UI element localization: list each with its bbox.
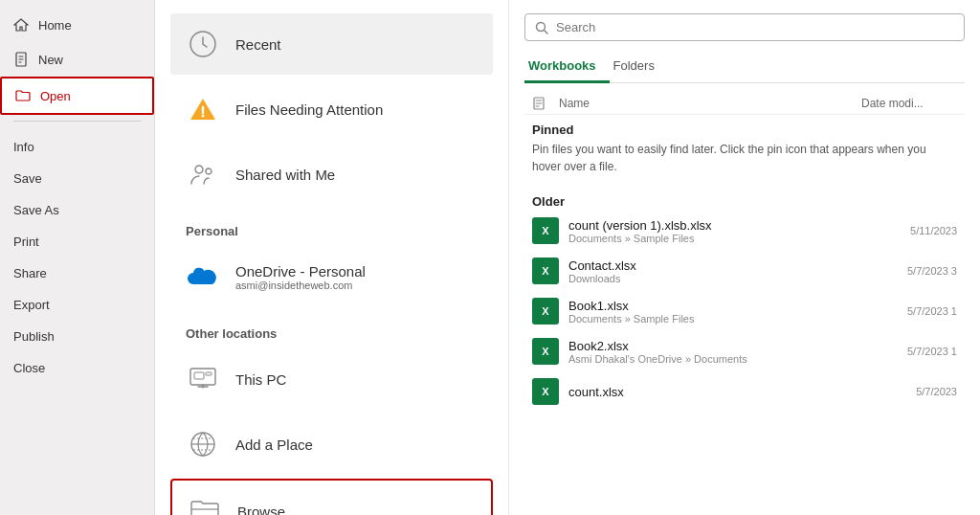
computer-icon — [186, 362, 220, 396]
onedrive-label: OneDrive - Personal — [235, 263, 366, 280]
file-list-item[interactable]: X Book2.xlsx Asmi Dhakal's OneDrive » Do… — [524, 331, 965, 371]
add-a-place-item[interactable]: Add a Place — [170, 414, 493, 475]
tab-folders[interactable]: Folders — [610, 53, 668, 83]
file-info: count (version 1).xlsb.xlsx Documents » … — [568, 218, 901, 244]
older-title: Older — [524, 190, 965, 211]
sidebar-publish-label: Publish — [13, 329, 55, 344]
files-needing-attention-item[interactable]: Files Needing Attention — [170, 78, 493, 140]
tab-workbooks[interactable]: Workbooks — [524, 53, 610, 83]
file-info: Book2.xlsx Asmi Dhakal's OneDrive » Docu… — [568, 339, 898, 365]
sidebar-saveas-label: Save As — [13, 203, 59, 217]
sidebar-item-export[interactable]: Export — [0, 289, 154, 321]
sidebar-item-print[interactable]: Print — [0, 226, 154, 258]
file-name: Book2.xlsx — [568, 339, 898, 353]
folder-open-icon — [188, 494, 222, 515]
header-date: Date modi... — [861, 97, 957, 110]
excel-file-icon: X — [532, 258, 559, 284]
header-name: Name — [559, 97, 861, 110]
file-list: X count (version 1).xlsb.xlsx Documents … — [524, 211, 965, 502]
sidebar: Home New Open Info Save Save As P — [0, 0, 155, 515]
sidebar-item-publish[interactable]: Publish — [0, 321, 154, 352]
shared-icon — [186, 157, 220, 191]
file-path: Downloads — [568, 273, 898, 284]
file-list-item[interactable]: X Contact.xlsx Downloads 5/7/2023 3 — [524, 251, 965, 291]
file-date: 5/7/2023 3 — [907, 265, 957, 277]
excel-file-icon: X — [532, 298, 559, 325]
onedrive-info: OneDrive - Personal asmi@insidetheweb.co… — [235, 263, 366, 291]
sidebar-divider — [13, 121, 141, 122]
file-name: count.xlsx — [568, 385, 906, 399]
file-path: Documents » Sample Files — [568, 313, 898, 325]
sidebar-open-label: Open — [40, 89, 71, 103]
sidebar-item-home[interactable]: Home — [0, 8, 154, 42]
pinned-title: Pinned — [524, 119, 965, 139]
globe-icon — [186, 427, 220, 461]
recent-label: Recent — [235, 36, 281, 53]
shared-with-me-label: Shared with Me — [235, 167, 335, 183]
file-list-item[interactable]: X count.xlsx 5/7/2023 — [524, 371, 965, 412]
pinned-description: Pin files you want to easily find later.… — [524, 139, 965, 183]
right-panel: Workbooks Folders Name Date modi... Pinn… — [509, 0, 980, 515]
file-date: 5/7/2023 1 — [907, 305, 957, 317]
onedrive-email: asmi@insidetheweb.com — [235, 280, 366, 291]
sidebar-home-label: Home — [38, 18, 72, 33]
sidebar-close-label: Close — [13, 361, 45, 375]
middle-panel: Recent Files Needing Attention Shared wi… — [155, 0, 509, 515]
file-path: Asmi Dhakal's OneDrive » Documents — [568, 353, 898, 365]
clock-icon — [186, 27, 220, 61]
file-info: Contact.xlsx Downloads — [568, 258, 898, 284]
new-file-icon — [13, 52, 29, 67]
sidebar-item-open[interactable]: Open — [0, 77, 154, 115]
sidebar-item-close[interactable]: Close — [0, 352, 154, 384]
svg-point-2 — [202, 115, 205, 118]
excel-file-icon: X — [532, 217, 559, 244]
warning-icon — [186, 92, 220, 126]
sidebar-bottom: Info Save Save As Print Share Export Pub… — [0, 131, 154, 384]
file-list-item[interactable]: X Book1.xlsx Documents » Sample Files 5/… — [524, 291, 965, 331]
search-icon — [535, 21, 548, 34]
folder-icon — [15, 88, 31, 103]
sidebar-export-label: Export — [13, 298, 50, 312]
recent-item[interactable]: Recent — [170, 13, 493, 75]
file-name: Book1.xlsx — [568, 299, 898, 313]
sidebar-item-save-as[interactable]: Save As — [0, 194, 154, 226]
sidebar-item-new[interactable]: New — [0, 42, 154, 77]
file-info: count.xlsx — [568, 385, 906, 399]
home-icon — [13, 17, 29, 33]
sidebar-share-label: Share — [13, 266, 47, 280]
file-name: Contact.xlsx — [568, 258, 898, 273]
shared-with-me-item[interactable]: Shared with Me — [170, 144, 493, 205]
svg-rect-7 — [206, 372, 212, 375]
sidebar-item-info[interactable]: Info — [0, 131, 154, 163]
svg-point-3 — [195, 166, 203, 173]
file-list-item[interactable]: X count (version 1).xlsb.xlsx Documents … — [524, 211, 965, 251]
this-pc-item[interactable]: This PC — [170, 348, 493, 410]
file-path: Documents » Sample Files — [568, 233, 901, 244]
sidebar-save-label: Save — [13, 171, 42, 186]
onedrive-personal-item[interactable]: OneDrive - Personal asmi@insidetheweb.co… — [170, 246, 493, 307]
search-bar[interactable] — [524, 13, 965, 41]
personal-section-label: Personal — [170, 214, 493, 242]
file-date: 5/7/2023 1 — [907, 346, 957, 357]
pinned-section: Pinned Pin files you want to easily find… — [524, 119, 965, 183]
sidebar-print-label: Print — [13, 235, 39, 249]
onedrive-icon — [186, 259, 220, 294]
tabs: Workbooks Folders — [524, 53, 965, 83]
other-locations-label: Other locations — [170, 317, 493, 345]
header-icon-col — [532, 97, 559, 110]
excel-file-icon: X — [532, 378, 559, 405]
file-info: Book1.xlsx Documents » Sample Files — [568, 299, 898, 325]
file-date: 5/11/2023 — [910, 225, 957, 236]
svg-rect-6 — [194, 372, 204, 379]
sidebar-info-label: Info — [13, 140, 34, 154]
svg-point-4 — [206, 168, 212, 174]
this-pc-label: This PC — [235, 371, 286, 388]
files-needing-attention-label: Files Needing Attention — [235, 101, 383, 118]
sidebar-item-save[interactable]: Save — [0, 163, 154, 194]
browse-item[interactable]: Browse — [170, 479, 493, 515]
file-list-header: Name Date modi... — [524, 93, 965, 115]
sidebar-item-share[interactable]: Share — [0, 258, 154, 289]
search-input[interactable] — [556, 20, 954, 34]
file-name: count (version 1).xlsb.xlsx — [568, 218, 901, 233]
excel-file-icon: X — [532, 338, 559, 365]
